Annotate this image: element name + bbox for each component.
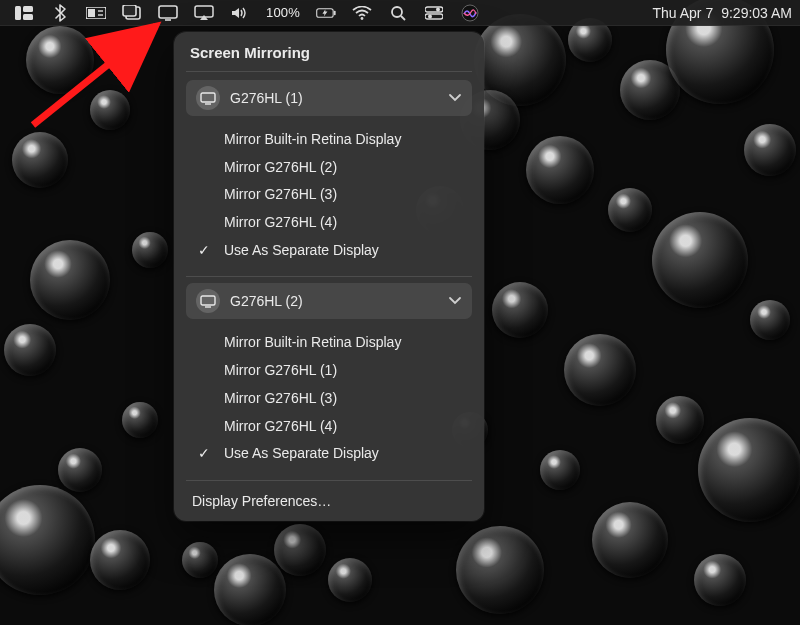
svg-line-17	[401, 16, 405, 20]
svg-rect-5	[88, 9, 95, 17]
mirror-option[interactable]: Mirror Built-in Retina Display	[186, 329, 472, 357]
svg-point-19	[436, 7, 440, 11]
mirror-option[interactable]: Mirror G276HL (4)	[186, 209, 472, 237]
chevron-down-icon	[448, 293, 462, 309]
display-device-name: G276HL (1)	[230, 90, 303, 106]
menu-bar: 100% Thu Apr 7 9:29:03 AM	[0, 0, 800, 26]
menubar-time[interactable]: 9:29:03 AM	[721, 5, 792, 21]
use-separate-option[interactable]: ✓Use As Separate Display	[186, 440, 472, 468]
svg-point-21	[428, 14, 432, 18]
dropdown-title: Screen Mirroring	[186, 42, 472, 69]
keyboard-layout-icon[interactable]	[86, 4, 106, 22]
svg-rect-20	[425, 14, 443, 19]
display-icon	[196, 289, 220, 313]
divider	[186, 71, 472, 72]
divider	[186, 480, 472, 481]
display-icon[interactable]	[158, 4, 178, 22]
option-label: Use As Separate Display	[224, 240, 379, 262]
mirror-option[interactable]: Mirror G276HL (3)	[186, 385, 472, 413]
svg-rect-25	[201, 296, 215, 305]
battery-charging-icon[interactable]	[316, 4, 336, 22]
svg-rect-9	[123, 5, 136, 16]
display-device-row[interactable]: G276HL (1)	[186, 80, 472, 116]
display-options-list: Mirror Built-in Retina Display Mirror G2…	[186, 325, 472, 473]
mirror-option[interactable]: Mirror G276HL (1)	[186, 357, 472, 385]
display-options-list: Mirror Built-in Retina Display Mirror G2…	[186, 122, 472, 270]
svg-rect-18	[425, 7, 443, 12]
checkmark-icon: ✓	[194, 443, 214, 465]
chevron-down-icon	[448, 90, 462, 106]
display-device-name: G276HL (2)	[230, 293, 303, 309]
bluetooth-icon[interactable]	[50, 4, 70, 22]
divider	[186, 276, 472, 277]
svg-rect-1	[15, 6, 21, 20]
app-switcher-icon[interactable]	[14, 4, 34, 22]
option-label: Mirror G276HL (3)	[224, 184, 337, 206]
option-label: Use As Separate Display	[224, 443, 379, 465]
svg-point-16	[392, 7, 402, 17]
battery-percent-label[interactable]: 100%	[266, 5, 300, 20]
stage-manager-icon[interactable]	[122, 4, 142, 22]
display-device-row[interactable]: G276HL (2)	[186, 283, 472, 319]
siri-icon[interactable]	[460, 4, 480, 22]
display-icon	[196, 86, 220, 110]
option-label: Mirror G276HL (1)	[224, 360, 337, 382]
option-label: Mirror G276HL (2)	[224, 157, 337, 179]
screen-mirroring-dropdown: Screen Mirroring G276HL (1) Mirror Built…	[174, 32, 484, 521]
mirror-option[interactable]: Mirror G276HL (2)	[186, 154, 472, 182]
wifi-icon[interactable]	[352, 4, 372, 22]
svg-rect-2	[23, 6, 33, 12]
svg-rect-3	[23, 14, 33, 20]
svg-point-15	[361, 17, 364, 20]
airplay-icon[interactable]	[194, 4, 214, 22]
option-label: Mirror Built-in Retina Display	[224, 129, 401, 151]
option-label: Mirror G276HL (4)	[224, 212, 337, 234]
option-label: Mirror Built-in Retina Display	[224, 332, 401, 354]
menubar-date[interactable]: Thu Apr 7	[652, 5, 713, 21]
mirror-option[interactable]: Mirror G276HL (4)	[186, 413, 472, 441]
use-separate-option[interactable]: ✓Use As Separate Display	[186, 237, 472, 265]
control-center-icon[interactable]	[424, 4, 444, 22]
checkmark-icon: ✓	[194, 240, 214, 262]
svg-rect-23	[201, 93, 215, 102]
option-label: Mirror G276HL (3)	[224, 388, 337, 410]
svg-rect-14	[334, 10, 336, 14]
option-label: Mirror G276HL (4)	[224, 416, 337, 438]
display-preferences-link[interactable]: Display Preferences…	[186, 487, 472, 511]
mirror-option[interactable]: Mirror Built-in Retina Display	[186, 126, 472, 154]
volume-icon[interactable]	[230, 4, 250, 22]
spotlight-icon[interactable]	[388, 4, 408, 22]
svg-rect-10	[159, 6, 177, 18]
mirror-option[interactable]: Mirror G276HL (3)	[186, 181, 472, 209]
